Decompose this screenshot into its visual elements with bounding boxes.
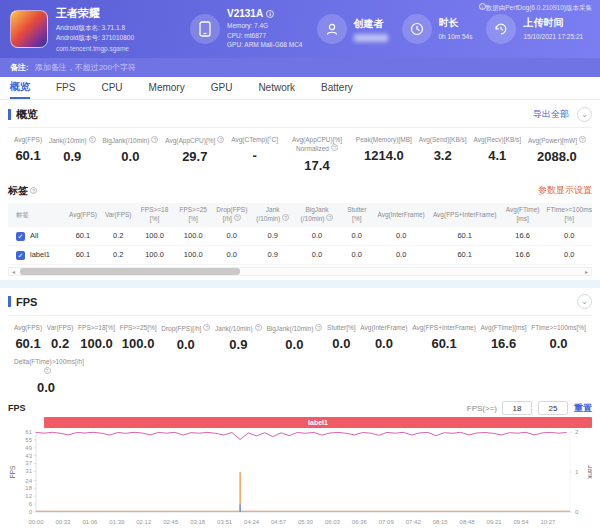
stat-label: Jank(/10min)? xyxy=(49,136,96,145)
info-icon[interactable]: ? xyxy=(326,214,333,221)
app-info: 王者荣耀 Android版本名: 3.71.1.8 Android版本号: 37… xyxy=(56,6,176,52)
table-cell: 16.6 xyxy=(501,245,544,264)
tab-bar: 概览FPSCPUMemoryGPUNetworkBattery xyxy=(0,77,600,100)
perfdog-report-page: 王者荣耀 Android版本名: 3.71.1.8 Android版本号: 37… xyxy=(0,0,600,530)
tab-gpu[interactable]: GPU xyxy=(211,77,233,99)
row-checkbox[interactable]: ✓ xyxy=(16,251,25,260)
reset-button[interactable]: 重置 xyxy=(574,402,592,415)
stat-cell: FPS>=25[%]100.0 xyxy=(118,324,159,352)
info-icon[interactable]: ? xyxy=(315,324,322,331)
scroll-right-arrow[interactable]: ▸ xyxy=(582,268,591,275)
svg-text:10:27: 10:27 xyxy=(540,519,556,525)
table-cell: 0.0 xyxy=(544,245,592,264)
stat-value: - xyxy=(231,148,278,163)
svg-text:43: 43 xyxy=(25,453,32,459)
stat-cell: Avg(AppCPU)[%] Normalized?17.4 xyxy=(283,136,351,173)
fps-threshold-input-1[interactable] xyxy=(502,401,532,415)
row-label-cell: ✓All xyxy=(8,227,65,246)
labels-table-wrap: 标签Avg(FPS)Var(FPS)FPS>=18 [%]FPS>=25 [%]… xyxy=(8,203,592,265)
chart-header: FPS FPS(>=) 重置 xyxy=(8,401,592,415)
export-all-link[interactable]: 导出全部 xyxy=(533,108,569,121)
scroll-left-arrow[interactable]: ◂ xyxy=(9,268,18,275)
info-icon[interactable]: ? xyxy=(234,214,241,221)
tab-memory[interactable]: Memory xyxy=(149,77,185,99)
stat-value: 0.0 xyxy=(327,336,356,351)
info-icon[interactable]: ? xyxy=(579,136,586,143)
note-info-icon: i xyxy=(479,3,486,10)
fps-stats-row-2: Delta(FTime)>100ms[/h]?0.0 xyxy=(8,358,592,401)
svg-text:49: 49 xyxy=(25,445,32,451)
stat-label: FPS>=25[%] xyxy=(120,324,157,332)
svg-text:18: 18 xyxy=(25,485,32,491)
report-header: 王者荣耀 Android版本名: 3.71.1.8 Android版本号: 37… xyxy=(0,0,600,58)
device-info-icon[interactable]: i xyxy=(266,10,274,18)
info-icon[interactable]: ? xyxy=(203,324,210,331)
svg-text:0: 0 xyxy=(575,509,579,515)
notice-placeholder: 添加备注，不超过200个字符 xyxy=(35,62,136,73)
tab-battery[interactable]: Battery xyxy=(321,77,353,99)
stat-cell: Avg(FPS+InterFrame)60.1 xyxy=(410,324,478,352)
device-specs: Memory: 7.4G CPU: mt6877 GPU: ARM Mali-G… xyxy=(227,21,303,49)
section-accent-bar xyxy=(8,296,11,307)
stat-label: Avg(CTemp)[°C] xyxy=(231,136,278,144)
row-checkbox[interactable]: ✓ xyxy=(16,232,25,241)
svg-text:Jank: Jank xyxy=(587,465,592,479)
column-header: FPS>=18 [%] xyxy=(135,203,174,227)
stat-label: Var(FPS) xyxy=(47,324,74,332)
fps-title: FPS xyxy=(16,296,37,308)
chart-label-band: label1 xyxy=(44,417,592,428)
notice-bar[interactable]: 备注: 添加备注，不超过200个字符 xyxy=(0,58,600,77)
stat-label: Avg(Send)[KB/s] xyxy=(419,136,467,144)
labels-table: 标签Avg(FPS)Var(FPS)FPS>=18 [%]FPS>=25 [%]… xyxy=(8,203,592,265)
column-header: Avg(FTime) [ms] xyxy=(501,203,544,227)
stat-cell: Peak(Memory)[MB]1214.0 xyxy=(354,136,414,173)
info-icon[interactable]: ? xyxy=(89,136,96,143)
overview-collapse-button[interactable]: ⌄ xyxy=(577,107,592,122)
labels-info-icon[interactable]: ? xyxy=(30,187,37,194)
stat-cell: Avg(AppCPU)[%]?29.7 xyxy=(163,136,226,173)
labels-section: 标签? 参数显示设置 标签Avg(FPS)Var(FPS)FPS>=18 [%]… xyxy=(0,183,600,280)
param-display-settings-link[interactable]: 参数显示设置 xyxy=(538,184,592,197)
stat-label: Avg(FPS+InterFrame) xyxy=(412,324,476,332)
stat-cell: Avg(Send)[KB/s]3.2 xyxy=(417,136,469,173)
fps-chart[interactable]: 6155494337312418126021000:0000:3301:0601… xyxy=(8,428,592,530)
stat-label: Avg(Power)[mW]? xyxy=(528,136,586,145)
tab-cpu[interactable]: CPU xyxy=(101,77,122,99)
svg-text:37: 37 xyxy=(25,461,32,467)
tab-概览[interactable]: 概览 xyxy=(10,77,30,99)
stat-value: 16.6 xyxy=(481,336,527,351)
device-gpu: GPU: ARM Mali-G68 MC4 xyxy=(227,40,303,49)
fps-threshold-input-2[interactable] xyxy=(538,401,568,415)
table-cell: 16.6 xyxy=(501,227,544,246)
stat-cell: Avg(FTime)[ms]16.6 xyxy=(479,324,529,352)
fps-threshold-label: FPS(>=) xyxy=(467,404,497,413)
table-cell: 0.0 xyxy=(213,245,252,264)
svg-text:6: 6 xyxy=(29,501,33,507)
fps-collapse-button[interactable]: ⌄ xyxy=(577,294,592,309)
scrollbar-thumb[interactable] xyxy=(20,268,240,275)
stat-value: 2088.0 xyxy=(528,149,586,164)
labels-title: 标签? xyxy=(8,184,37,198)
info-icon[interactable]: ? xyxy=(151,136,158,143)
svg-text:31: 31 xyxy=(25,468,32,474)
svg-text:07:42: 07:42 xyxy=(406,519,422,525)
tab-fps[interactable]: FPS xyxy=(56,77,75,99)
upload-value: 15/10/2021 17:25:21 xyxy=(523,32,583,41)
table-cell: 60.1 xyxy=(65,227,101,246)
info-icon[interactable]: ? xyxy=(217,136,224,143)
svg-text:12: 12 xyxy=(25,493,32,499)
stat-value: 4.1 xyxy=(474,148,522,163)
stat-cell: BigJank(/10min)?0.0 xyxy=(100,136,160,173)
info-icon[interactable]: ? xyxy=(282,214,289,221)
info-icon[interactable]: ? xyxy=(44,367,51,374)
horizontal-scrollbar: ◂ ▸ xyxy=(8,267,592,276)
svg-text:05:30: 05:30 xyxy=(298,519,314,525)
info-icon[interactable]: ? xyxy=(255,324,262,331)
app-version-code: Android版本号: 371010800 xyxy=(56,33,176,43)
stat-value: 0.9 xyxy=(215,337,262,352)
scrollbar-track[interactable] xyxy=(18,268,582,275)
upload-group: 上传时间 15/10/2021 17:25:21 xyxy=(486,14,583,44)
stat-label: BigJank(/10min)? xyxy=(102,136,158,145)
tab-network[interactable]: Network xyxy=(258,77,295,99)
info-icon[interactable]: ? xyxy=(331,144,338,151)
